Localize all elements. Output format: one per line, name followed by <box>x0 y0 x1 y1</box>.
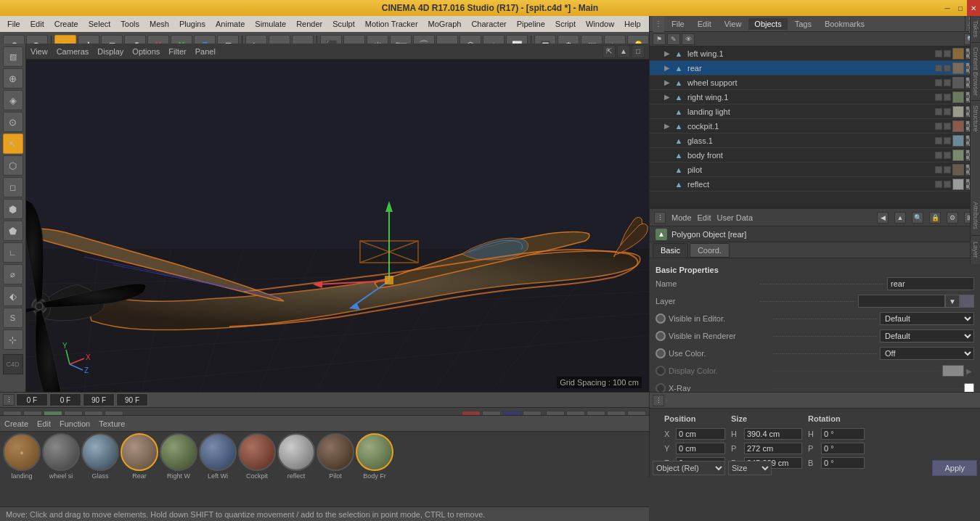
mat-leftwi[interactable]: Left Wi <box>199 433 237 480</box>
menu-create[interactable]: Create <box>50 18 83 30</box>
rot-p-val[interactable] <box>821 443 865 454</box>
attr-btn-settings[interactable]: ⚙ <box>947 212 958 223</box>
menu-script[interactable]: Script <box>551 18 580 30</box>
vp-menu-options[interactable]: Options <box>132 47 160 56</box>
mat-glass[interactable]: Glass <box>81 433 119 480</box>
menu-tools[interactable]: Tools <box>116 18 144 30</box>
attr-mode-userdata[interactable]: User Data <box>717 213 754 222</box>
tl-field-end[interactable] <box>83 393 115 406</box>
obj-toolbar-icon3[interactable]: 👁 <box>682 33 695 45</box>
vp-btn-up[interactable]: ▲ <box>617 45 630 58</box>
vp-menu-filter[interactable]: Filter <box>168 47 186 56</box>
menu-simulate[interactable]: Simulate <box>250 18 290 30</box>
attr-mode-edit[interactable]: Edit <box>698 213 711 222</box>
prop-input-name[interactable] <box>887 277 974 290</box>
tab-tags[interactable]: Tags <box>789 18 817 30</box>
menu-edit[interactable]: Edit <box>26 18 49 30</box>
vp-btn-maximize[interactable]: □ <box>632 45 645 58</box>
menu-sculpt[interactable]: Sculpt <box>328 18 359 30</box>
left-tool-3[interactable]: ◈ <box>3 90 23 110</box>
tab-view[interactable]: View <box>719 18 748 30</box>
obj-row-rightwing1[interactable]: ▶ ▲ right wing.1 <box>650 90 980 104</box>
left-tool-9[interactable]: ⬟ <box>3 221 23 241</box>
layer-picker-btn[interactable]: ▼ <box>945 295 960 308</box>
tab-file[interactable]: File <box>666 18 690 30</box>
left-tool-6[interactable]: ⬡ <box>3 155 23 176</box>
layer-color-swatch[interactable] <box>960 295 974 308</box>
left-tool-1[interactable]: ▧ <box>3 46 23 67</box>
attr-tab-coord[interactable]: Coord. <box>690 243 730 258</box>
prop-input-layer[interactable] <box>858 295 945 308</box>
side-label-structure[interactable]: Structure <box>971 101 980 136</box>
rot-h-val[interactable] <box>821 428 865 440</box>
mat-pilot[interactable]: Pilot <box>317 433 354 480</box>
menu-render[interactable]: Render <box>292 18 327 30</box>
tl-field-start[interactable] <box>16 393 48 406</box>
size-h-val[interactable] <box>744 428 802 440</box>
attr-btn-forward[interactable]: ▲ <box>894 212 906 223</box>
menu-file[interactable]: File <box>3 18 25 30</box>
size-mode-select[interactable]: Size Scale <box>728 461 772 475</box>
mat-bodyfr[interactable]: Body Fr <box>356 433 393 480</box>
left-tool-7[interactable]: ◻ <box>3 177 23 197</box>
viewport-canvas[interactable]: X Y Z Grid Spacing : 100 cm <box>26 60 649 392</box>
minimize-button[interactable]: ─ <box>941 0 954 16</box>
left-tool-5-active[interactable]: ↖ <box>3 134 23 154</box>
side-label-attributes[interactable]: Attributes <box>971 196 980 236</box>
maximize-button[interactable]: □ <box>954 0 967 16</box>
obj-panel-handle[interactable]: ⋮ <box>653 16 664 32</box>
tab-objects[interactable]: Objects <box>748 18 787 30</box>
side-label-takes[interactable]: Takes <box>971 16 980 43</box>
mat-cockpit[interactable]: Cockpit <box>238 433 276 480</box>
obj-row-landinglight[interactable]: ▲ landing light <box>650 104 980 119</box>
vp-btn-expand[interactable]: ⇱ <box>603 45 616 58</box>
left-tool-8[interactable]: ⬢ <box>3 199 23 219</box>
obj-row-reflect[interactable]: ▲ reflect <box>650 177 980 192</box>
mat-landing[interactable]: ● landing <box>3 433 41 480</box>
menu-select[interactable]: Select <box>84 18 115 30</box>
display-color-swatch[interactable] <box>942 365 964 377</box>
left-tool-14[interactable]: ⊹ <box>3 329 23 350</box>
attr-btn-back[interactable]: ◀ <box>877 212 889 223</box>
obj-row-wheelsupport[interactable]: ▶ ▲ wheel support <box>650 75 980 90</box>
mat-menu-create[interactable]: Create <box>4 419 28 428</box>
attr-btn-search[interactable]: 🔍 <box>912 212 923 223</box>
menu-animate[interactable]: Animate <box>211 18 249 30</box>
obj-row-rear[interactable]: ▶ ▲ rear <box>650 61 980 75</box>
tl-field-current[interactable] <box>49 393 81 406</box>
mat-menu-edit[interactable]: Edit <box>37 419 51 428</box>
mat-menu-texture[interactable]: Texture <box>99 419 125 428</box>
attr-btn-lock[interactable]: 🔒 <box>929 212 941 223</box>
menu-window[interactable]: Window <box>581 18 618 30</box>
vp-menu-view[interactable]: View <box>30 47 48 56</box>
obj-toolbar-icon1[interactable]: ⚑ <box>653 33 666 45</box>
coord-handle[interactable]: ⋮ <box>653 395 664 406</box>
menu-help[interactable]: Help <box>620 18 645 30</box>
mat-rear[interactable]: Rear <box>121 433 158 480</box>
prop-select-vis-renderer[interactable]: Default On Off <box>880 329 974 342</box>
coord-x-pos[interactable] <box>676 428 725 440</box>
mat-reflect[interactable]: reflect <box>277 433 315 480</box>
menu-mograph[interactable]: MoGraph <box>424 18 466 30</box>
mat-rightw[interactable]: Right W <box>160 433 197 480</box>
prop-select-vis-editor[interactable]: Default On Off <box>880 312 974 325</box>
obj-row-leftwing1[interactable]: ▶ ▲ left wing.1 <box>650 46 980 61</box>
obj-row-glass1[interactable]: ▲ glass.1 <box>650 134 980 148</box>
vp-menu-display[interactable]: Display <box>97 47 123 56</box>
left-tool-4[interactable]: ⊙ <box>3 112 23 132</box>
menu-pipeline[interactable]: Pipeline <box>513 18 550 30</box>
mat-menu-function[interactable]: Function <box>60 419 90 428</box>
menu-mesh[interactable]: Mesh <box>145 18 173 30</box>
attr-tab-basic[interactable]: Basic <box>653 243 688 258</box>
side-label-content-browser[interactable]: Content Browser <box>971 43 980 101</box>
menu-motion-tracker[interactable]: Motion Tracker <box>361 18 422 30</box>
tab-edit[interactable]: Edit <box>692 18 717 30</box>
tab-bookmarks[interactable]: Bookmarks <box>819 18 870 30</box>
menu-character[interactable]: Character <box>467 18 510 30</box>
attr-mode-mode[interactable]: Mode <box>671 213 692 222</box>
coord-y-pos[interactable] <box>676 443 725 454</box>
apply-button[interactable]: Apply <box>932 460 977 476</box>
left-tool-2[interactable]: ⊕ <box>3 68 23 89</box>
vp-menu-cameras[interactable]: Cameras <box>57 47 89 56</box>
mat-wheelsi[interactable]: wheel si <box>42 433 80 480</box>
